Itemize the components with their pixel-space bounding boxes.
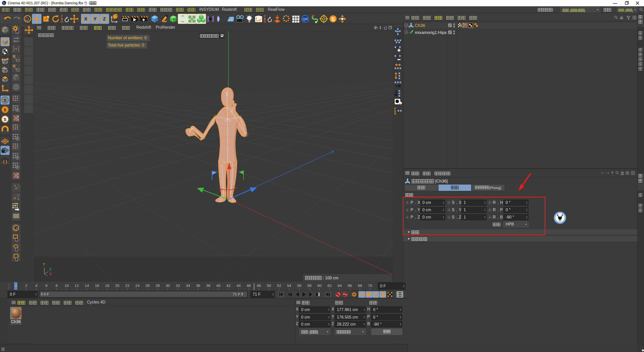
svg-text:QR: QR — [303, 17, 308, 21]
svg-text:38: 38 — [206, 283, 210, 288]
svg-text:60: 60 — [317, 283, 322, 288]
svg-text:26: 26 — [145, 283, 150, 288]
svg-text:4: 4 — [35, 283, 37, 288]
svg-text:Y: Y — [43, 262, 45, 266]
svg-text:54: 54 — [287, 283, 291, 288]
svg-text:70: 70 — [368, 283, 372, 288]
svg-text:64: 64 — [338, 283, 342, 288]
svg-text:R: R — [264, 20, 266, 23]
svg-text:( ): ( ) — [3, 159, 7, 164]
svg-text:X: X — [84, 17, 87, 21]
svg-text:S: S — [331, 16, 335, 22]
svg-text:44: 44 — [236, 283, 241, 288]
svg-text:62: 62 — [328, 283, 332, 288]
svg-text:6: 6 — [45, 283, 47, 288]
svg-text:42: 42 — [226, 283, 231, 288]
svg-text:P: P — [382, 293, 384, 297]
svg-text:R: R — [61, 20, 63, 23]
svg-text:S: S — [4, 108, 6, 112]
svg-text:0: 0 — [15, 283, 17, 288]
svg-text:8: 8 — [56, 283, 58, 288]
svg-text:28: 28 — [155, 283, 160, 288]
svg-text:X: X — [49, 272, 52, 276]
svg-text:16: 16 — [95, 283, 99, 288]
svg-text:18: 18 — [105, 283, 109, 288]
svg-text:68: 68 — [358, 283, 362, 288]
svg-text:40: 40 — [216, 283, 221, 288]
svg-text:Y: Y — [94, 17, 97, 21]
svg-text:R: R — [394, 112, 396, 115]
svg-text:36: 36 — [196, 283, 200, 288]
svg-text:46: 46 — [247, 283, 251, 288]
svg-text:S: S — [4, 117, 6, 122]
svg-text:2: 2 — [25, 283, 27, 288]
svg-text:34: 34 — [186, 283, 190, 288]
svg-text:56: 56 — [297, 283, 301, 288]
svg-text:12: 12 — [75, 283, 79, 288]
svg-text:50: 50 — [267, 283, 271, 288]
svg-text:48: 48 — [257, 283, 261, 288]
svg-text:Z: Z — [103, 17, 106, 21]
svg-text:14: 14 — [85, 283, 89, 288]
svg-text:24: 24 — [135, 283, 140, 288]
svg-text:66: 66 — [348, 283, 352, 288]
svg-text:58: 58 — [307, 283, 311, 288]
svg-text:S: S — [4, 98, 6, 103]
svg-text:52: 52 — [277, 283, 281, 288]
svg-text:22: 22 — [125, 283, 130, 288]
svg-text:20: 20 — [115, 283, 119, 288]
svg-text:30: 30 — [166, 283, 170, 288]
svg-text:Z: Z — [49, 267, 52, 271]
svg-text:10: 10 — [65, 283, 69, 288]
svg-text:32: 32 — [176, 283, 180, 288]
